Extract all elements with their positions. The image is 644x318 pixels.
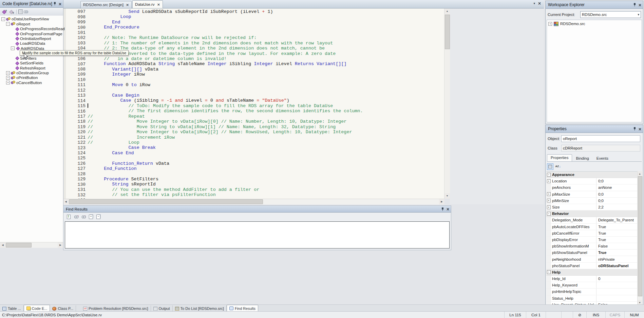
close-document-icon[interactable]: × (538, 1, 541, 5)
property-value[interactable]: 0;0 (596, 191, 638, 197)
code-line[interactable]: 127 End_Function (66, 166, 444, 171)
expand-plus-icon[interactable]: + (547, 192, 551, 196)
property-category-appearance[interactable]: −Appearance (546, 172, 638, 178)
collapse-minus-icon[interactable]: − (547, 173, 551, 177)
close-icon[interactable]: × (638, 127, 642, 131)
code-line[interactable]: 123 Case Break (66, 145, 444, 150)
code-line[interactable]: 129 Procedure SetFilters (66, 177, 444, 182)
collapse-minus-icon[interactable]: − (547, 212, 551, 216)
expand-minus-icon[interactable]: − (1, 17, 5, 21)
property-row-help-id[interactable]: Help_Id0 (546, 276, 638, 282)
tree-item-oninitializereport[interactable]: OnInitializeReport (0, 36, 63, 41)
tab-events[interactable]: Events (593, 155, 612, 161)
property-value[interactable] (596, 282, 638, 288)
code-line[interactable]: 119// Move String to vData[iRow][1] // N… (66, 124, 444, 130)
collapse-minus-icon[interactable]: − (547, 270, 551, 274)
code-line[interactable]: 112 (66, 88, 444, 93)
property-value[interactable]: 0 (596, 276, 638, 282)
code-line[interactable]: 117// Repeat (66, 114, 444, 119)
expand-all-icon[interactable]: + (88, 214, 94, 220)
code-editor-area[interactable]: 097 Send LoadRDSData sSubReportId iSubRe… (63, 8, 450, 199)
expand-plus-icon[interactable]: + (547, 205, 551, 209)
scroll-right-icon[interactable]: ▶ (439, 199, 444, 204)
code-line[interactable]: 124 Case End (66, 151, 444, 156)
chevron-down-icon[interactable]: ▾ (533, 2, 535, 5)
property-row-help-keyword[interactable]: Help_Keyword (546, 282, 638, 289)
property-value[interactable]: oDRStatusPanel (596, 263, 638, 269)
property-row-location[interactable]: +Location0;0 (546, 178, 638, 184)
property-row-peanchors[interactable]: peAnchorsanNone (546, 184, 638, 191)
bottom-tab-code-e[interactable]: Code E... (24, 305, 50, 312)
code-line[interactable]: 100 End_Procedure (66, 25, 444, 30)
close-icon[interactable]: × (446, 207, 450, 211)
tab-binding[interactable]: Binding (572, 155, 592, 161)
property-value[interactable]: 2;2 (596, 204, 638, 210)
property-row-phostatuspanel[interactable]: phoStatusPaneloDRStatusPanel (546, 263, 638, 269)
property-row-pbautolocatedffiles[interactable]: pbAutoLocateDFFilesTrue (546, 224, 638, 230)
code-explorer-hscrollbar[interactable]: ◀ ▶ (0, 242, 63, 248)
property-grid-vscrollbar[interactable]: ▲ ▼ (637, 171, 642, 305)
code-line[interactable]: 128 (66, 172, 444, 177)
code-line[interactable]: 130 String sReportId (66, 182, 444, 187)
close-icon[interactable]: × (157, 3, 160, 6)
code-line[interactable]: 114 Case (iSibling = -1 and iLevel = 0 a… (66, 98, 444, 103)
code-line[interactable]: 118// Move Integer to vData[iRow][0] // … (66, 119, 444, 124)
tree-item-onprogressrecordsread[interactable]: OnProgressRecordsRead (0, 26, 63, 31)
property-row-pbcanceliferror[interactable]: pbCancelIfErrorTrue (546, 230, 638, 237)
property-row-size[interactable]: +Size2;2 (546, 204, 638, 211)
expand-plus-icon[interactable]: + (547, 179, 551, 183)
code-line[interactable]: 113 Case Begin (66, 93, 444, 98)
sync-icon[interactable] (24, 10, 28, 14)
property-value[interactable]: True (596, 230, 638, 236)
expand-plus-icon[interactable]: + (6, 71, 10, 75)
expand-plus-icon[interactable]: + (547, 199, 551, 202)
property-category-help[interactable]: −Help (546, 269, 638, 276)
move-up-icon[interactable]: ▲ (1, 9, 7, 15)
code-line[interactable]: 111 Move 0 to iRow (66, 82, 444, 87)
property-row-delegation-mode[interactable]: Delegation_ModeDelegate_To_Parent (546, 217, 638, 223)
code-line[interactable]: 101 (66, 30, 444, 35)
bottom-tab-table[interactable]: Table ... (0, 305, 24, 312)
scroll-left-icon[interactable]: ◀ (63, 199, 69, 204)
property-value[interactable]: True (596, 237, 638, 243)
scroll-thumb[interactable] (445, 15, 450, 49)
workspace-item-rdsdemo-src[interactable]: +RDSDemo.src (547, 21, 642, 26)
code-line[interactable]: 106 // in a date or datetime column is i… (66, 56, 444, 61)
code-line[interactable]: 131 // You can use the method AddFilter … (66, 187, 444, 192)
expand-plus-icon[interactable]: + (548, 22, 552, 26)
tree-item-ocancelbutton[interactable]: +oCancelButton (0, 80, 63, 85)
tab-properties[interactable]: Properties (547, 154, 572, 161)
tree-item-oprintbutton[interactable]: +oPrintButton (0, 75, 63, 80)
bottom-tab-find-results[interactable]: Find Results (227, 305, 258, 312)
pin-icon[interactable] (441, 207, 444, 211)
tree-item-setsortfields[interactable]: SetSortFields (0, 61, 63, 65)
close-icon[interactable]: × (126, 3, 129, 7)
property-value[interactable]: False (596, 243, 638, 249)
close-icon[interactable]: × (58, 2, 62, 6)
code-line[interactable]: 120// Move Integer to vData[iRow][2] // … (66, 130, 444, 135)
expand-minus-icon[interactable]: − (6, 22, 10, 26)
property-row-pbshowinformationm[interactable]: pbShowInformationMFalse (546, 243, 638, 250)
expand-minus-icon[interactable]: − (11, 46, 15, 50)
pin-icon[interactable] (633, 3, 636, 7)
categorized-icon[interactable] (547, 163, 553, 170)
bottom-tab-output[interactable]: Output (151, 305, 173, 312)
property-value[interactable]: 0;0 (596, 178, 638, 184)
code-line[interactable]: 103 // 1: The number of elements in the … (66, 41, 444, 46)
editor-vscrollbar[interactable]: ▲ ▼ (444, 8, 450, 199)
code-line[interactable]: 121// Increment iRow (66, 135, 444, 140)
previous-result-icon[interactable]: ◂ (73, 214, 79, 220)
current-project-select[interactable]: RDSDemo.src ▾ (580, 11, 641, 18)
pin-icon[interactable] (633, 127, 636, 131)
code-line[interactable]: 132 // set the filter via psFilterFuncti… (66, 192, 444, 197)
tab-rdsdemo-src-design[interactable]: RDSDemo.src [Design]× (80, 1, 132, 8)
property-row-status-help[interactable]: Status_Help (546, 295, 638, 302)
tree-item-oreport[interactable]: −oReport (0, 21, 63, 26)
tree-item-loadrdsdata[interactable]: LoadRDSData (0, 41, 63, 46)
property-row-peneighborhood[interactable]: peNeighborhoodnhPrivate (546, 256, 638, 262)
code-line[interactable]: 108 Variant[][] vData (66, 67, 444, 72)
bottom-tab-class-p[interactable]: Class P... (50, 305, 76, 312)
pin-icon[interactable] (53, 2, 56, 6)
property-row-pshtmlhelptopic[interactable]: psHtmlHelpTopic (546, 289, 638, 295)
property-row-pbshowstatuspanel[interactable]: pbShowStatusPanelTrue (546, 250, 638, 256)
